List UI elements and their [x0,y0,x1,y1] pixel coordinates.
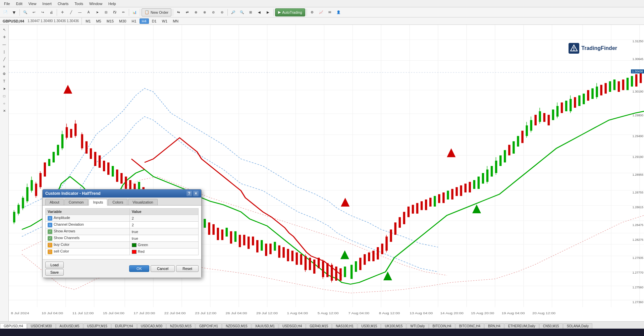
print-btn[interactable]: 🖨 [47,8,55,16]
tab-colors[interactable]: Colors [108,199,127,205]
lt-hline[interactable]: — [1,41,8,48]
lt-cursor[interactable]: ↖ [1,26,8,33]
input-value-3[interactable]: true [129,235,198,242]
bottom-tab-cn50-m15[interactable]: CN50,M15 [539,323,563,329]
lt-ellipse[interactable]: ○ [1,100,8,107]
tb-misc-1[interactable]: ⇆ [174,8,182,16]
menu-tools[interactable]: Tools [72,1,86,6]
bottom-tab-usdchf-m30[interactable]: USDCHF,M30 [27,323,56,329]
text-btn[interactable]: A [85,8,93,16]
lt-delete[interactable]: ✕ [1,107,8,114]
tab-inputs[interactable]: Inputs [89,199,107,206]
scroll-right-btn[interactable]: ▶ [264,8,272,16]
input-value-2[interactable]: true [129,228,198,235]
input-row-2[interactable]: ✓Show Arrowstrue [46,228,199,235]
tab-about[interactable]: About [45,199,64,205]
lt-crosshair[interactable]: ✛ [1,34,8,40]
line-btn[interactable]: ╱ [67,8,75,16]
lt-rect[interactable]: □ [1,93,8,99]
bottom-tab-xauusd-m1[interactable]: XAUUSD,M1 [252,323,278,329]
email-btn[interactable]: ✉ [326,8,334,16]
scroll-left-btn[interactable]: ◀ [255,8,263,16]
tf-h1[interactable]: H1 [129,18,139,24]
lt-arrow[interactable]: ➤ [1,85,8,92]
draw-btn[interactable]: ✏ [119,8,127,16]
autotrading-btn[interactable]: ▶ AutoTrading [275,8,305,16]
input-row-4[interactable]: 🎨buy ColorGreen [46,242,199,248]
bottom-tab-gbpusd-h4[interactable]: GBPUSD,H4 [0,323,27,329]
tb-misc-2[interactable]: ⇄ [183,8,191,16]
input-value-4[interactable]: Green [129,242,198,248]
lt-text[interactable]: T [1,78,8,85]
hline-btn[interactable]: — [76,8,84,16]
bottom-tab-uk100-m15[interactable]: UK100,M15 [381,323,406,329]
channel-btn[interactable]: ⊟ [102,8,110,16]
bottom-tab-us30-m15[interactable]: US30,M15 [358,323,381,329]
arrow-btn[interactable]: ➤ [93,8,101,16]
lt-channel[interactable]: ≡ [1,63,8,70]
fib-btn[interactable]: 🗘 [111,8,119,16]
tf-m15[interactable]: M15 [104,18,116,24]
bottom-tab-nas100-h1[interactable]: NAS100,H1 [332,323,357,329]
reset-button[interactable]: Reset [176,265,199,272]
profile-btn[interactable]: 👤 [334,8,342,16]
bottom-tab-wti-daily[interactable]: WTI,Daily [407,323,428,329]
fit-btn[interactable]: ⊞ [247,8,255,16]
tb-misc-3[interactable]: ⊕ [192,8,200,16]
menu-file[interactable]: File [1,1,13,6]
indicator-btn[interactable]: 📊 [130,8,139,16]
bottom-tab-gbpchf-h1[interactable]: GBPCHF,H1 [196,323,222,329]
undo-btn[interactable]: ↩ [30,8,38,16]
tb-misc-6[interactable]: ⊖ [218,8,226,16]
indicator-dialog[interactable]: Custom Indicator - HalfTrend ? × About C… [42,189,202,278]
bottom-tab-brn-h4[interactable]: BRN,H4 [484,323,504,329]
chart-type-btn[interactable]: 📈 [317,8,325,16]
input-row-0[interactable]: 1Amplitude2 [46,215,199,222]
tf-h4[interactable]: H4 [140,18,149,24]
bottom-tab-nzdusd-m15[interactable]: NZDUSD,M15 [166,323,195,329]
load-button[interactable]: Load [45,262,64,268]
menu-view[interactable]: View [26,1,39,6]
lt-vline[interactable]: | [1,48,8,55]
tf-mn[interactable]: MN [170,18,181,24]
menu-window[interactable]: Window [87,1,105,6]
bottom-tab-usdjpy-m15[interactable]: USDJPY,M15 [84,323,111,329]
lt-trendline[interactable]: ╱ [1,56,8,62]
zoom-out-btn[interactable]: 🔎 [229,8,237,16]
new-chart-btn[interactable]: 📄 [1,8,9,16]
bottom-tab-ethereum-daily[interactable]: ETHEREUM,Daily [504,323,539,329]
new-order-btn[interactable]: 📋 New Order [142,8,171,16]
ok-button[interactable]: OK [129,265,149,272]
tb-misc-4[interactable]: ⊗ [201,8,209,16]
tf-m30[interactable]: M30 [117,18,128,24]
modal-titlebar[interactable]: Custom Indicator - HalfTrend ? × [43,189,201,198]
modal-close-btn[interactable]: × [193,191,199,196]
tab-visualization[interactable]: Visualization [128,199,158,205]
menu-help[interactable]: Help [106,1,119,6]
cancel-button[interactable]: Cancel [151,265,175,272]
zoom-in2-btn[interactable]: 🔍 [238,8,246,16]
input-row-1[interactable]: 1Channel Deviation2 [46,222,199,228]
settings-btn[interactable]: ⚙ [308,8,316,16]
bottom-tab-usdcad-m30[interactable]: USDCAD,M30 [137,323,166,329]
input-value-1[interactable]: 2 [129,222,198,228]
bottom-tab-ger40-m15[interactable]: GER40,M15 [306,323,332,329]
tb-misc-5[interactable]: ⊘ [209,8,217,16]
zoom-in-btn[interactable]: 🔍 [21,8,29,16]
tf-d1[interactable]: D1 [150,18,159,24]
input-value-0[interactable]: 2 [129,215,198,222]
tf-m5[interactable]: M5 [94,18,103,24]
bottom-tab-usdsgd-h4[interactable]: USDSGD,H4 [279,323,306,329]
tab-common[interactable]: Common [64,199,88,205]
bottom-tab-audusd-m5[interactable]: AUDUSD,M5 [56,323,83,329]
bottom-tab-solana-daily[interactable]: SOLANA,Daily [563,323,593,329]
modal-help-btn[interactable]: ? [186,191,192,196]
crosshair-btn[interactable]: ✛ [58,8,66,16]
menu-charts[interactable]: Charts [55,1,71,6]
open-btn[interactable]: ▼ [10,8,18,16]
lt-fib[interactable]: Φ [1,70,8,77]
input-row-3[interactable]: ✓Show Channelstrue [46,235,199,242]
bottom-tab-bitcoinc-h4[interactable]: BITCOINC,H4 [455,323,484,329]
bottom-tab-nzdsgd-m15[interactable]: NZDSGD,M15 [222,323,251,329]
input-row-5[interactable]: 🎨sell ColorRed [46,248,199,255]
